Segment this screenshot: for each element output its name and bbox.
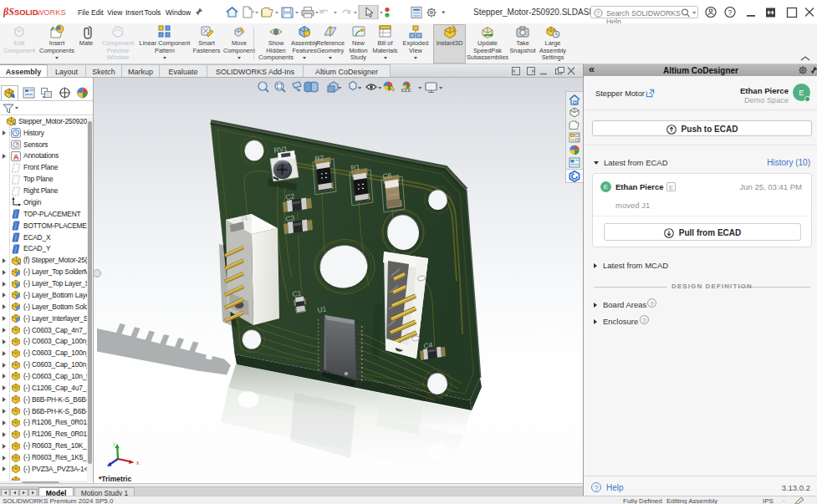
svg-text:?: ? xyxy=(596,10,600,16)
svg-text:R1: R1 xyxy=(350,162,361,172)
svg-text:βS: βS xyxy=(3,6,14,18)
svg-text:C1: C1 xyxy=(292,288,303,298)
svg-text:C6: C6 xyxy=(382,171,393,181)
svg-text:R2: R2 xyxy=(314,153,325,163)
svg-text:WORKS: WORKS xyxy=(37,8,66,17)
svg-text:x: x xyxy=(136,460,140,466)
svg-text:C4: C4 xyxy=(423,340,434,350)
svg-text:?: ? xyxy=(728,8,733,17)
svg-text:y: y xyxy=(113,440,116,447)
svg-text:J1: J1 xyxy=(240,213,249,222)
svg-text:A: A xyxy=(13,152,19,160)
svg-text:SOLID: SOLID xyxy=(14,8,38,17)
svg-text:U1: U1 xyxy=(317,304,328,314)
svg-text:C3: C3 xyxy=(285,213,296,223)
svg-text:C2: C2 xyxy=(285,191,296,201)
